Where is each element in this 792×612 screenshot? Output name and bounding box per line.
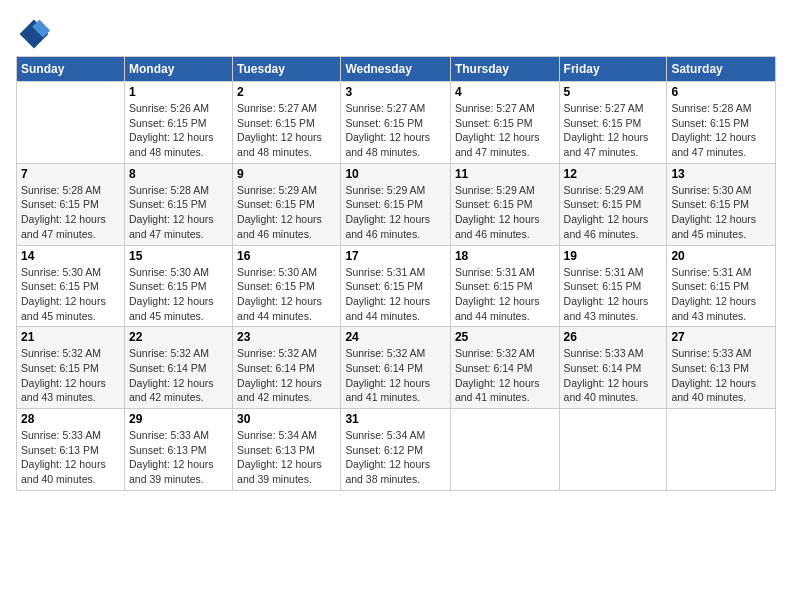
day-number: 18: [455, 249, 555, 263]
day-number: 17: [345, 249, 446, 263]
day-info: Sunrise: 5:34 AM Sunset: 6:12 PM Dayligh…: [345, 428, 446, 487]
calendar-cell: 7Sunrise: 5:28 AM Sunset: 6:15 PM Daylig…: [17, 163, 125, 245]
page-header: [16, 16, 776, 52]
day-number: 22: [129, 330, 228, 344]
calendar-cell: 13Sunrise: 5:30 AM Sunset: 6:15 PM Dayli…: [667, 163, 776, 245]
calendar-body: 1Sunrise: 5:26 AM Sunset: 6:15 PM Daylig…: [17, 82, 776, 491]
day-info: Sunrise: 5:31 AM Sunset: 6:15 PM Dayligh…: [455, 265, 555, 324]
calendar-cell: 9Sunrise: 5:29 AM Sunset: 6:15 PM Daylig…: [233, 163, 341, 245]
calendar-cell: 14Sunrise: 5:30 AM Sunset: 6:15 PM Dayli…: [17, 245, 125, 327]
day-info: Sunrise: 5:27 AM Sunset: 6:15 PM Dayligh…: [237, 101, 336, 160]
day-number: 23: [237, 330, 336, 344]
day-number: 9: [237, 167, 336, 181]
calendar-cell: 8Sunrise: 5:28 AM Sunset: 6:15 PM Daylig…: [124, 163, 232, 245]
header-day-monday: Monday: [124, 57, 232, 82]
day-info: Sunrise: 5:29 AM Sunset: 6:15 PM Dayligh…: [455, 183, 555, 242]
day-number: 1: [129, 85, 228, 99]
calendar-cell: [559, 409, 667, 491]
calendar-cell: 1Sunrise: 5:26 AM Sunset: 6:15 PM Daylig…: [124, 82, 232, 164]
day-number: 15: [129, 249, 228, 263]
day-number: 20: [671, 249, 771, 263]
calendar-cell: 12Sunrise: 5:29 AM Sunset: 6:15 PM Dayli…: [559, 163, 667, 245]
calendar-cell: 20Sunrise: 5:31 AM Sunset: 6:15 PM Dayli…: [667, 245, 776, 327]
calendar-cell: 4Sunrise: 5:27 AM Sunset: 6:15 PM Daylig…: [450, 82, 559, 164]
day-number: 16: [237, 249, 336, 263]
calendar-cell: 22Sunrise: 5:32 AM Sunset: 6:14 PM Dayli…: [124, 327, 232, 409]
day-info: Sunrise: 5:29 AM Sunset: 6:15 PM Dayligh…: [345, 183, 446, 242]
calendar-cell: [667, 409, 776, 491]
calendar-cell: 21Sunrise: 5:32 AM Sunset: 6:15 PM Dayli…: [17, 327, 125, 409]
day-number: 25: [455, 330, 555, 344]
day-info: Sunrise: 5:28 AM Sunset: 6:15 PM Dayligh…: [21, 183, 120, 242]
calendar-cell: [450, 409, 559, 491]
calendar-cell: 17Sunrise: 5:31 AM Sunset: 6:15 PM Dayli…: [341, 245, 451, 327]
day-number: 24: [345, 330, 446, 344]
header-day-wednesday: Wednesday: [341, 57, 451, 82]
day-info: Sunrise: 5:31 AM Sunset: 6:15 PM Dayligh…: [345, 265, 446, 324]
day-info: Sunrise: 5:32 AM Sunset: 6:14 PM Dayligh…: [237, 346, 336, 405]
day-info: Sunrise: 5:32 AM Sunset: 6:14 PM Dayligh…: [455, 346, 555, 405]
day-info: Sunrise: 5:32 AM Sunset: 6:14 PM Dayligh…: [129, 346, 228, 405]
calendar-cell: 16Sunrise: 5:30 AM Sunset: 6:15 PM Dayli…: [233, 245, 341, 327]
calendar-week-4: 21Sunrise: 5:32 AM Sunset: 6:15 PM Dayli…: [17, 327, 776, 409]
logo: [16, 16, 56, 52]
day-info: Sunrise: 5:31 AM Sunset: 6:15 PM Dayligh…: [671, 265, 771, 324]
calendar-table: SundayMondayTuesdayWednesdayThursdayFrid…: [16, 56, 776, 491]
day-info: Sunrise: 5:26 AM Sunset: 6:15 PM Dayligh…: [129, 101, 228, 160]
calendar-cell: 3Sunrise: 5:27 AM Sunset: 6:15 PM Daylig…: [341, 82, 451, 164]
day-number: 27: [671, 330, 771, 344]
header-day-thursday: Thursday: [450, 57, 559, 82]
day-number: 5: [564, 85, 663, 99]
calendar-cell: 5Sunrise: 5:27 AM Sunset: 6:15 PM Daylig…: [559, 82, 667, 164]
calendar-cell: 2Sunrise: 5:27 AM Sunset: 6:15 PM Daylig…: [233, 82, 341, 164]
day-number: 6: [671, 85, 771, 99]
logo-icon: [16, 16, 52, 52]
calendar-week-5: 28Sunrise: 5:33 AM Sunset: 6:13 PM Dayli…: [17, 409, 776, 491]
day-number: 29: [129, 412, 228, 426]
day-info: Sunrise: 5:30 AM Sunset: 6:15 PM Dayligh…: [671, 183, 771, 242]
day-number: 30: [237, 412, 336, 426]
calendar-header-row: SundayMondayTuesdayWednesdayThursdayFrid…: [17, 57, 776, 82]
calendar-cell: 18Sunrise: 5:31 AM Sunset: 6:15 PM Dayli…: [450, 245, 559, 327]
calendar-cell: 15Sunrise: 5:30 AM Sunset: 6:15 PM Dayli…: [124, 245, 232, 327]
calendar-week-2: 7Sunrise: 5:28 AM Sunset: 6:15 PM Daylig…: [17, 163, 776, 245]
day-info: Sunrise: 5:29 AM Sunset: 6:15 PM Dayligh…: [237, 183, 336, 242]
day-number: 11: [455, 167, 555, 181]
day-number: 8: [129, 167, 228, 181]
day-number: 2: [237, 85, 336, 99]
day-number: 26: [564, 330, 663, 344]
day-number: 13: [671, 167, 771, 181]
day-info: Sunrise: 5:34 AM Sunset: 6:13 PM Dayligh…: [237, 428, 336, 487]
header-day-saturday: Saturday: [667, 57, 776, 82]
day-info: Sunrise: 5:30 AM Sunset: 6:15 PM Dayligh…: [129, 265, 228, 324]
day-info: Sunrise: 5:28 AM Sunset: 6:15 PM Dayligh…: [129, 183, 228, 242]
calendar-cell: 26Sunrise: 5:33 AM Sunset: 6:14 PM Dayli…: [559, 327, 667, 409]
day-number: 14: [21, 249, 120, 263]
header-day-sunday: Sunday: [17, 57, 125, 82]
calendar-cell: 30Sunrise: 5:34 AM Sunset: 6:13 PM Dayli…: [233, 409, 341, 491]
calendar-week-3: 14Sunrise: 5:30 AM Sunset: 6:15 PM Dayli…: [17, 245, 776, 327]
day-info: Sunrise: 5:33 AM Sunset: 6:14 PM Dayligh…: [564, 346, 663, 405]
day-info: Sunrise: 5:28 AM Sunset: 6:15 PM Dayligh…: [671, 101, 771, 160]
calendar-cell: 10Sunrise: 5:29 AM Sunset: 6:15 PM Dayli…: [341, 163, 451, 245]
day-info: Sunrise: 5:27 AM Sunset: 6:15 PM Dayligh…: [345, 101, 446, 160]
day-number: 10: [345, 167, 446, 181]
day-info: Sunrise: 5:27 AM Sunset: 6:15 PM Dayligh…: [455, 101, 555, 160]
calendar-cell: 25Sunrise: 5:32 AM Sunset: 6:14 PM Dayli…: [450, 327, 559, 409]
day-number: 28: [21, 412, 120, 426]
day-info: Sunrise: 5:30 AM Sunset: 6:15 PM Dayligh…: [21, 265, 120, 324]
day-info: Sunrise: 5:31 AM Sunset: 6:15 PM Dayligh…: [564, 265, 663, 324]
calendar-cell: 27Sunrise: 5:33 AM Sunset: 6:13 PM Dayli…: [667, 327, 776, 409]
calendar-cell: 11Sunrise: 5:29 AM Sunset: 6:15 PM Dayli…: [450, 163, 559, 245]
calendar-cell: 31Sunrise: 5:34 AM Sunset: 6:12 PM Dayli…: [341, 409, 451, 491]
header-day-friday: Friday: [559, 57, 667, 82]
day-number: 12: [564, 167, 663, 181]
day-number: 21: [21, 330, 120, 344]
calendar-cell: 28Sunrise: 5:33 AM Sunset: 6:13 PM Dayli…: [17, 409, 125, 491]
calendar-cell: 6Sunrise: 5:28 AM Sunset: 6:15 PM Daylig…: [667, 82, 776, 164]
day-info: Sunrise: 5:27 AM Sunset: 6:15 PM Dayligh…: [564, 101, 663, 160]
calendar-cell: 24Sunrise: 5:32 AM Sunset: 6:14 PM Dayli…: [341, 327, 451, 409]
day-info: Sunrise: 5:32 AM Sunset: 6:14 PM Dayligh…: [345, 346, 446, 405]
day-number: 4: [455, 85, 555, 99]
header-day-tuesday: Tuesday: [233, 57, 341, 82]
